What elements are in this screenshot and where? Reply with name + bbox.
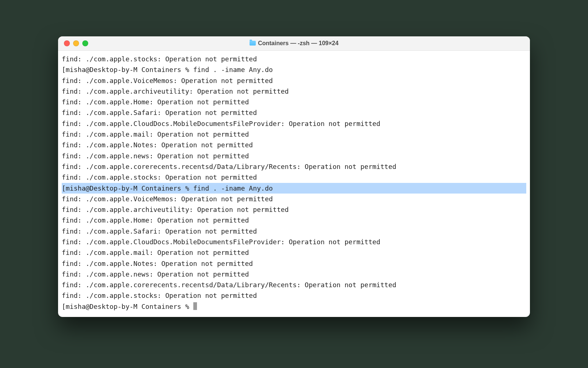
terminal-line: find: ./com.apple.Home: Operation not pe… [62, 215, 526, 226]
terminal-line: find: ./com.apple.Home: Operation not pe… [62, 97, 526, 107]
prompt-text: misha@Desktop-by-M Containers % find . -… [66, 66, 273, 73]
window-title-text: Containers — -zsh — 109×24 [258, 40, 338, 46]
zoom-button[interactable] [82, 40, 88, 46]
terminal-line: find: ./com.apple.Safari: Operation not … [62, 107, 526, 118]
terminal-line: [misha@Desktop-by-M Containers % [62, 301, 526, 312]
terminal-line: find: ./com.apple.archiveutility: Operat… [62, 86, 526, 97]
prompt-open-bracket: [ [62, 184, 66, 192]
terminal-body[interactable]: find: ./com.apple.stocks: Operation not … [58, 51, 530, 317]
terminal-line: find: ./com.apple.Notes: Operation not p… [62, 258, 526, 269]
terminal-line: find: ./com.apple.corerecents.recentsd/D… [62, 161, 526, 172]
terminal-line: find: ./com.apple.stocks: Operation not … [62, 172, 526, 183]
window-titlebar: Containers — -zsh — 109×24 [58, 36, 530, 51]
prompt-open-bracket: [ [62, 66, 66, 73]
terminal-line: find: ./com.apple.news: Operation not pe… [62, 269, 526, 279]
terminal-line: find: ./com.apple.corerecents.recentsd/D… [62, 279, 526, 290]
terminal-line: find: ./com.apple.news: Operation not pe… [62, 151, 526, 161]
folder-icon [250, 41, 256, 46]
terminal-line: [misha@Desktop-by-M Containers % find . … [62, 64, 526, 75]
prompt-text: misha@Desktop-by-M Containers % find . -… [66, 184, 273, 192]
terminal-line: find: ./com.apple.VoiceMemos: Operation … [62, 75, 526, 86]
window-controls [58, 40, 88, 46]
terminal-line: find: ./com.apple.mail: Operation not pe… [62, 129, 526, 140]
window-title: Containers — -zsh — 109×24 [58, 40, 530, 47]
terminal-line: find: ./com.apple.VoiceMemos: Operation … [62, 194, 526, 204]
terminal-line: find: ./com.apple.CloudDocs.MobileDocume… [62, 118, 526, 129]
desktop-backdrop: Containers — -zsh — 109×24 find: ./com.a… [0, 0, 588, 368]
terminal-window: Containers — -zsh — 109×24 find: ./com.a… [58, 36, 530, 317]
cursor [193, 302, 197, 310]
terminal-line: find: ./com.apple.Safari: Operation not … [62, 226, 526, 237]
terminal-line: find: ./com.apple.Notes: Operation not p… [62, 140, 526, 150]
prompt-open-bracket: [ [62, 303, 66, 310]
terminal-line: [misha@Desktop-by-M Containers % find . … [62, 183, 526, 194]
terminal-line: find: ./com.apple.CloudDocs.MobileDocume… [62, 237, 526, 247]
close-button[interactable] [64, 40, 70, 46]
terminal-line: find: ./com.apple.stocks: Operation not … [62, 290, 526, 301]
terminal-line: find: ./com.apple.archiveutility: Operat… [62, 204, 526, 215]
prompt-text: misha@Desktop-by-M Containers % [66, 303, 193, 310]
minimize-button[interactable] [73, 40, 79, 46]
terminal-line: find: ./com.apple.mail: Operation not pe… [62, 247, 526, 258]
terminal-line: find: ./com.apple.stocks: Operation not … [62, 54, 526, 64]
